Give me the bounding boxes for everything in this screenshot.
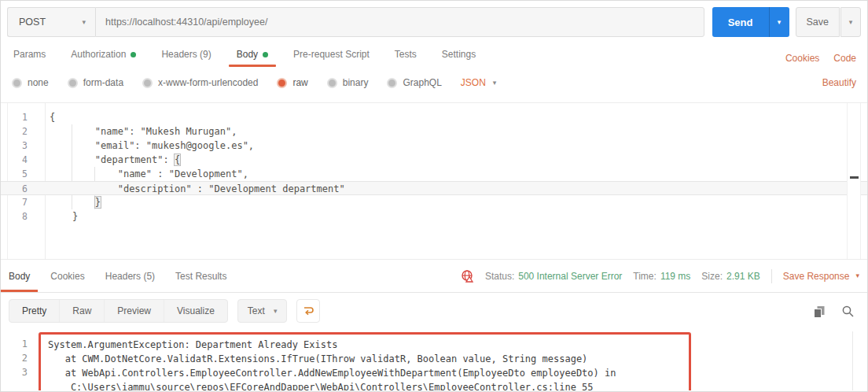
radio-icon: [68, 78, 78, 88]
save-button-group: Save ▾: [796, 7, 862, 37]
view-visualize[interactable]: Visualize: [164, 300, 227, 322]
code-line: 1{: [1, 110, 867, 124]
save-response-button[interactable]: Save Response ▾: [783, 271, 859, 282]
response-scrollbar[interactable]: [852, 331, 853, 390]
save-response-label: Save Response: [783, 271, 850, 282]
tab-label: Authorization: [71, 49, 126, 60]
tab-settings[interactable]: Settings: [440, 41, 477, 70]
body-type-x-www-form-urlencoded[interactable]: x-www-form-urlencoded: [142, 77, 258, 88]
send-button[interactable]: Send: [712, 7, 769, 37]
radio-label: raw: [292, 77, 307, 88]
body-type-bar: none form-data x-www-form-urlencoded raw…: [1, 70, 867, 95]
save-button[interactable]: Save: [796, 7, 840, 37]
radio-label: form-data: [83, 77, 123, 88]
line-number: 7: [1, 195, 39, 209]
response-body[interactable]: 1 2 3 System.ArgumentException: Departme…: [1, 329, 867, 390]
view-preview[interactable]: Preview: [105, 300, 164, 322]
error-highlight-box: System.ArgumentException: Department Alr…: [39, 332, 691, 390]
tab-body[interactable]: Body: [235, 41, 270, 70]
language-select[interactable]: JSON ▾: [461, 77, 497, 88]
size-value: 2.91 KB: [726, 271, 760, 282]
tab-params[interactable]: Params: [12, 41, 47, 70]
response-meta: Status:500 Internal Server Error Time:11…: [461, 269, 859, 283]
code-line: 4 "department": {: [1, 153, 867, 167]
time-value: 119 ms: [660, 271, 690, 282]
code-text: "email": "mukesh@google.es",: [39, 139, 254, 153]
radio-selected-icon: [277, 78, 287, 88]
green-dot-icon: [131, 52, 136, 57]
wrap-text-button[interactable]: [296, 299, 320, 323]
line-number: 3: [1, 139, 39, 153]
line-number: 2: [1, 351, 28, 365]
status-label: Status:: [485, 271, 514, 282]
save-options-button[interactable]: ▾: [840, 7, 861, 37]
caret-down-icon: ▾: [855, 272, 859, 279]
code-line-active: 6 "description" : "Development departmen…: [1, 181, 867, 195]
line-number: 1: [1, 110, 39, 124]
tab-tests[interactable]: Tests: [393, 41, 418, 70]
body-type-binary[interactable]: binary: [327, 77, 369, 88]
url-input[interactable]: [105, 17, 694, 28]
view-raw[interactable]: Raw: [60, 300, 105, 322]
body-type-form-data[interactable]: form-data: [68, 77, 123, 88]
size-badge: Size:2.91 KB: [701, 271, 760, 282]
url-field-wrap: [95, 7, 704, 37]
response-format-select[interactable]: Text ▾: [237, 299, 288, 323]
radio-label: binary: [343, 77, 369, 88]
time-label: Time:: [633, 271, 657, 282]
radio-icon: [142, 78, 153, 88]
code-text: }: [39, 195, 101, 209]
body-type-raw[interactable]: raw: [277, 77, 307, 88]
tab-label: Headers (9): [161, 49, 211, 60]
segment-label: Raw: [72, 305, 91, 316]
line-number: 3: [1, 365, 28, 379]
divider: [771, 269, 772, 283]
line-number: 8: [1, 209, 39, 224]
body-type-graphql[interactable]: GraphQL: [387, 77, 441, 88]
radio-label: none: [28, 77, 49, 88]
response-tab-test-results[interactable]: Test Results: [175, 260, 226, 292]
method-select[interactable]: POST ▾: [7, 7, 95, 37]
code-line: 5 "name" : "Development",: [1, 167, 867, 181]
tab-label: Body: [237, 49, 258, 60]
send-options-button[interactable]: ▾: [769, 7, 789, 37]
radio-icon: [327, 78, 337, 88]
response-tool-icons: [812, 305, 859, 318]
code-link[interactable]: Code: [833, 53, 856, 64]
response-tab-headers[interactable]: Headers (5): [105, 260, 155, 292]
caret-down-icon: ▾: [82, 19, 86, 26]
line-number: 6: [1, 182, 39, 194]
body-type-none[interactable]: none: [12, 77, 49, 88]
caret-down-icon: ▾: [274, 308, 278, 315]
view-pretty[interactable]: Pretty: [9, 300, 60, 322]
tab-headers[interactable]: Headers (9): [160, 41, 212, 70]
request-tabs: Params Authorization Headers (9) Body Pr…: [1, 37, 867, 70]
response-text-line: System.ArgumentException: Department Alr…: [48, 338, 682, 352]
tab-label: Headers (5): [105, 271, 155, 282]
send-label: Send: [728, 17, 753, 28]
search-icon[interactable]: [841, 305, 855, 318]
request-body-editor[interactable]: 1{ 2 "name": "Mukesh Murugan", 3 "email"…: [1, 102, 867, 260]
caret-down-icon: ▾: [849, 18, 853, 26]
editor-scrollbar[interactable]: [847, 103, 861, 259]
response-tab-cookies[interactable]: Cookies: [50, 260, 84, 292]
caret-down-icon: ▾: [493, 80, 497, 87]
line-number: 2: [1, 124, 39, 139]
tab-authorization[interactable]: Authorization: [69, 41, 138, 70]
beautify-link[interactable]: Beautify: [822, 77, 856, 88]
cookies-link[interactable]: Cookies: [785, 53, 819, 64]
response-tab-body[interactable]: Body: [9, 260, 30, 292]
code-text: "description" : "Development department": [39, 182, 345, 194]
radio-label: GraphQL: [403, 77, 441, 88]
copy-icon[interactable]: [812, 305, 826, 318]
request-links: Cookies Code: [785, 53, 856, 70]
tab-label: Pre-request Script: [293, 49, 370, 60]
tab-pre-request-script[interactable]: Pre-request Script: [292, 41, 371, 70]
response-tabs: Body Cookies Headers (5) Test Results St…: [1, 260, 867, 293]
radio-icon: [12, 78, 22, 88]
scrollbar-mark: [850, 176, 859, 179]
code-text: "department": {: [39, 153, 180, 167]
send-button-group: Send ▾: [712, 7, 789, 37]
view-mode-segment: Pretty Raw Preview Visualize: [9, 299, 228, 323]
code-text: "name" : "Development",: [39, 167, 248, 181]
